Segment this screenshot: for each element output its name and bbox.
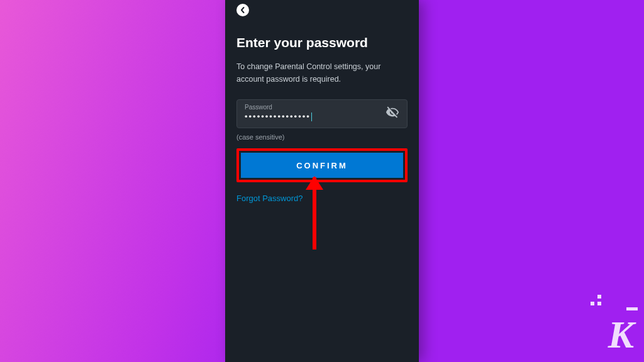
app-screen: Enter your password To change Parental C…: [225, 0, 419, 362]
password-input[interactable]: Password ••••••••••••••••: [236, 99, 408, 128]
forgot-password-link[interactable]: Forgot Password?: [236, 194, 408, 203]
toggle-visibility-button[interactable]: [380, 106, 399, 119]
password-value: ••••••••••••••••: [245, 112, 380, 121]
text-cursor: [311, 112, 313, 121]
password-masked-text: ••••••••••••••••: [245, 112, 311, 121]
confirm-button[interactable]: CONFIRM: [241, 153, 403, 178]
watermark-dots: [591, 295, 601, 305]
eye-off-icon: [386, 106, 399, 119]
page-title: Enter your password: [236, 35, 408, 50]
page-subtitle: To change Parental Control settings, you…: [236, 60, 408, 85]
confirm-button-label: CONFIRM: [296, 161, 348, 170]
back-button[interactable]: [236, 4, 249, 16]
password-hint: (case sensitive): [236, 133, 408, 141]
watermark-bar: [626, 307, 638, 310]
chevron-left-icon: [240, 7, 246, 13]
watermark-logo: K: [608, 312, 633, 357]
highlight-annotation: CONFIRM: [236, 148, 408, 182]
password-input-inner: Password ••••••••••••••••: [245, 104, 380, 121]
password-label: Password: [245, 104, 380, 111]
